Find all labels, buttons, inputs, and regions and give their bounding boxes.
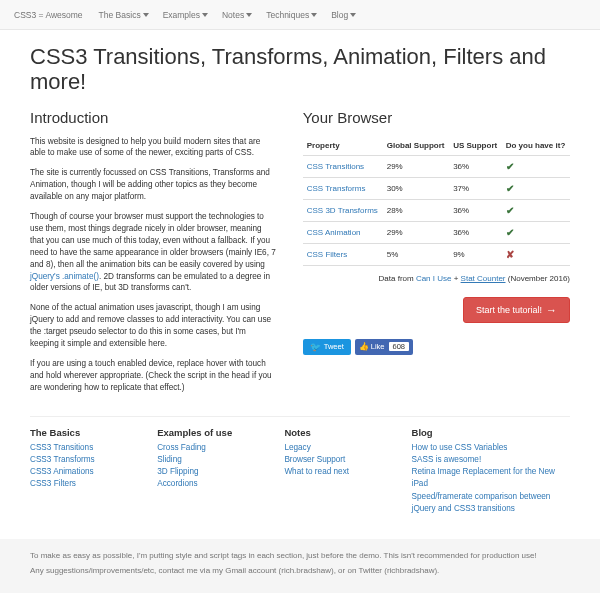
caniuse-link[interactable]: Can I Use: [416, 274, 452, 283]
bottom-p2: Any suggestions/improvements/etc, contac…: [30, 566, 570, 575]
footer-basics: The Basics CSS3 Transitions CSS3 Transfo…: [30, 427, 143, 516]
us-cell: 36%: [449, 155, 502, 177]
link-accordions[interactable]: Accordions: [157, 479, 198, 488]
navbar: CSS3 = Awesome The Basics Examples Notes…: [0, 0, 600, 30]
us-cell: 37%: [449, 177, 502, 199]
link-browsersupport[interactable]: Browser Support: [284, 455, 345, 464]
have-cell: ✔: [502, 199, 570, 221]
footer-examples-heading: Examples of use: [157, 427, 270, 438]
link-crossfading[interactable]: Cross Fading: [157, 443, 206, 452]
fb-like-button[interactable]: 👍Like608: [355, 339, 413, 355]
link-sass[interactable]: SASS is awesome!: [412, 455, 482, 464]
global-cell: 28%: [383, 199, 449, 221]
global-cell: 30%: [383, 177, 449, 199]
have-cell: ✔: [502, 221, 570, 243]
browser-column: Your Browser Property Global Support US …: [303, 109, 570, 402]
check-icon: ✔: [506, 205, 514, 216]
link-animations[interactable]: CSS3 Animations: [30, 467, 94, 476]
us-cell: 9%: [449, 243, 502, 265]
footer-blog-heading: Blog: [412, 427, 570, 438]
property-link[interactable]: CSS 3D Transforms: [307, 206, 378, 215]
th-global: Global Support: [383, 136, 449, 156]
fb-like-count: 608: [389, 342, 410, 351]
check-icon: ✔: [506, 227, 514, 238]
intro-p3: Though of course your browser must suppo…: [30, 211, 277, 294]
property-link[interactable]: CSS Filters: [307, 250, 347, 259]
statcounter-link[interactable]: Stat Counter: [461, 274, 506, 283]
intro-p1: This website is designed to help you bui…: [30, 136, 277, 160]
divider: [30, 416, 570, 417]
footer-notes: Notes Legacy Browser Support What to rea…: [284, 427, 397, 516]
nav-notes[interactable]: Notes: [222, 10, 252, 20]
link-speed[interactable]: Speed/framerate comparison between jQuer…: [412, 492, 551, 513]
link-legacy[interactable]: Legacy: [284, 443, 310, 452]
brand[interactable]: CSS3 = Awesome: [14, 10, 83, 20]
browser-heading: Your Browser: [303, 109, 570, 126]
bottom-note: To make as easy as possible, I'm putting…: [0, 539, 600, 593]
property-link[interactable]: CSS Transforms: [307, 184, 366, 193]
link-cssvars[interactable]: How to use CSS Variables: [412, 443, 508, 452]
table-row: CSS 3D Transforms28%36%✔: [303, 199, 570, 221]
global-cell: 29%: [383, 155, 449, 177]
property-link[interactable]: CSS Animation: [307, 228, 361, 237]
link-sliding[interactable]: Sliding: [157, 455, 182, 464]
footer-links: The Basics CSS3 Transitions CSS3 Transfo…: [30, 427, 570, 516]
us-cell: 36%: [449, 221, 502, 243]
link-readnext[interactable]: What to read next: [284, 467, 349, 476]
intro-p4: None of the actual animation uses javasc…: [30, 302, 277, 350]
twitter-icon: 🐦: [310, 342, 321, 352]
footer-basics-heading: The Basics: [30, 427, 143, 438]
x-icon: ✘: [506, 249, 514, 260]
chevron-down-icon: [311, 13, 317, 17]
property-link[interactable]: CSS Transitions: [307, 162, 364, 171]
footer-examples: Examples of use Cross Fading Sliding 3D …: [157, 427, 270, 516]
intro-heading: Introduction: [30, 109, 277, 126]
th-us: US Support: [449, 136, 502, 156]
link-3dflip[interactable]: 3D Flipping: [157, 467, 198, 476]
us-cell: 36%: [449, 199, 502, 221]
chevron-down-icon: [202, 13, 208, 17]
check-icon: ✔: [506, 161, 514, 172]
have-cell: ✘: [502, 243, 570, 265]
intro-p2: The site is currently focussed on CSS Tr…: [30, 167, 277, 203]
data-source: Data from Can I Use + Stat Counter (Nove…: [303, 274, 570, 283]
bottom-p1: To make as easy as possible, I'm putting…: [30, 551, 570, 560]
page-title: CSS3 Transitions, Transforms, Animation,…: [30, 44, 570, 95]
chevron-down-icon: [143, 13, 149, 17]
nav-items: The Basics Examples Notes Techniques Blo…: [99, 10, 357, 20]
nav-examples[interactable]: Examples: [163, 10, 208, 20]
global-cell: 5%: [383, 243, 449, 265]
footer-notes-heading: Notes: [284, 427, 397, 438]
table-row: CSS Animation29%36%✔: [303, 221, 570, 243]
link-filters[interactable]: CSS3 Filters: [30, 479, 76, 488]
tweet-button[interactable]: 🐦Tweet: [303, 339, 351, 355]
intro-column: Introduction This website is designed to…: [30, 109, 277, 402]
link-transforms[interactable]: CSS3 Transforms: [30, 455, 95, 464]
have-cell: ✔: [502, 155, 570, 177]
thumb-up-icon: 👍: [359, 342, 369, 351]
table-row: CSS Transforms30%37%✔: [303, 177, 570, 199]
link-retina[interactable]: Retina Image Replacement for the New iPa…: [412, 467, 555, 488]
chevron-down-icon: [246, 13, 252, 17]
have-cell: ✔: [502, 177, 570, 199]
social-buttons: 🐦Tweet 👍Like608: [303, 339, 570, 355]
nav-blog[interactable]: Blog: [331, 10, 356, 20]
support-table: Property Global Support US Support Do yo…: [303, 136, 570, 266]
nav-basics[interactable]: The Basics: [99, 10, 149, 20]
nav-techniques[interactable]: Techniques: [266, 10, 317, 20]
start-tutorial-button[interactable]: Start the tutorial!→: [463, 297, 570, 323]
table-row: CSS Transitions29%36%✔: [303, 155, 570, 177]
link-transitions[interactable]: CSS3 Transitions: [30, 443, 93, 452]
global-cell: 29%: [383, 221, 449, 243]
th-property: Property: [303, 136, 383, 156]
jquery-animate-link[interactable]: jQuery's .animate(): [30, 272, 99, 281]
table-row: CSS Filters5%9%✘: [303, 243, 570, 265]
chevron-down-icon: [350, 13, 356, 17]
intro-p5: If you are using a touch enabled device,…: [30, 358, 277, 394]
check-icon: ✔: [506, 183, 514, 194]
footer-blog: Blog How to use CSS Variables SASS is aw…: [412, 427, 570, 516]
th-have: Do you have it?: [502, 136, 570, 156]
